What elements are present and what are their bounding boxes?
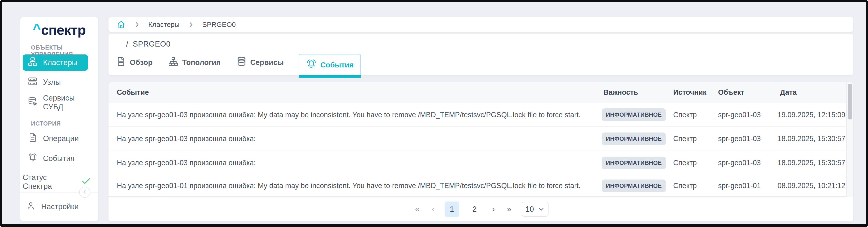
- sidebar-item-db-services[interactable]: Сервисы СУБД: [23, 94, 88, 111]
- breadcrumb-item-current: SPRGEO0: [202, 21, 236, 28]
- app-logo: ^спектр: [20, 17, 98, 43]
- severity-cell: ИНФОРМАТИВНОЕ: [602, 179, 673, 192]
- sidebar-status-label: Статус Спектра: [23, 173, 75, 191]
- severity-cell: ИНФОРМАТИВНОЕ: [602, 108, 673, 121]
- tab-topology[interactable]: Топология: [167, 56, 221, 75]
- source-cell: Спектр: [673, 181, 718, 190]
- date-cell: 18.09.2025, 15:30:57: [777, 159, 846, 167]
- tab-label: Обзор: [130, 58, 152, 67]
- severity-cell: ИНФОРМАТИВНОЕ: [602, 133, 673, 145]
- table-row[interactable]: На узле spr-geo01-01 произошла ошибка: M…: [108, 175, 846, 197]
- event-cell: На узле spr-geo01-03 произошла ошибка:: [108, 159, 602, 167]
- object-cell: spr-geo01-03: [718, 111, 777, 119]
- bell-icon: [306, 59, 317, 71]
- events-table-card: Событие Важность Источник Объект Дата На…: [108, 82, 853, 222]
- logo-caret-icon: ^: [33, 21, 40, 37]
- severity-badge: ИНФОРМАТИВНОЕ: [602, 179, 666, 192]
- column-header-severity[interactable]: Важность: [602, 88, 673, 96]
- chevron-right-icon: [133, 21, 141, 28]
- sidebar-item-label: Операции: [43, 134, 79, 143]
- table-row[interactable]: На узле spr-geo01-03 произошла ошибка: И…: [108, 151, 846, 175]
- object-cell: spr-geo01-03: [718, 159, 777, 167]
- sidebar: ^спектр ОБЪЕКТЫ УПРАВЛЕНИЯ Кластеры Узлы: [20, 17, 98, 222]
- cluster-icon: [28, 57, 37, 68]
- chevron-down-icon: [538, 206, 545, 212]
- pagination: « ‹ 1 2 › » 10: [108, 197, 853, 222]
- object-cell: spr-geo01-03: [718, 135, 777, 143]
- sidebar-item-label: Настройки: [41, 202, 79, 211]
- table-scrollbar-track: [846, 82, 853, 197]
- column-header-object[interactable]: Объект: [718, 88, 777, 96]
- table-row[interactable]: На узле spr-geo01-03 произошла ошибка: И…: [108, 127, 846, 151]
- source-cell: Спектр: [673, 159, 718, 167]
- sidebar-item-clusters[interactable]: Кластеры: [23, 54, 88, 70]
- topology-icon: [168, 56, 178, 68]
- sidebar-collapse-button[interactable]: [79, 187, 90, 198]
- object-cell: spr-geo01-01: [718, 181, 777, 190]
- tab-label: Сервисы: [250, 58, 284, 67]
- servers-icon: [28, 77, 37, 88]
- tab-events[interactable]: События: [299, 54, 361, 75]
- tab-label: События: [320, 61, 354, 69]
- page-size-value: 10: [525, 205, 534, 214]
- page-title: / SPRGEO0: [126, 39, 170, 49]
- home-icon[interactable]: [117, 20, 126, 29]
- sidebar-item-label: Сервисы СУБД: [43, 93, 88, 111]
- bell-icon: [28, 153, 37, 164]
- sidebar-item-operations[interactable]: Операции: [23, 131, 88, 147]
- document-icon: [116, 56, 126, 68]
- table-row[interactable]: На узле spr-geo01-03 произошла ошибка: M…: [108, 103, 846, 127]
- date-cell: 19.09.2025, 12:15:09: [777, 111, 846, 119]
- breadcrumb-item-clusters[interactable]: Кластеры: [148, 21, 180, 28]
- event-cell: На узле spr-geo01-01 произошла ошибка: M…: [108, 181, 602, 190]
- sidebar-item-label: Кластеры: [43, 58, 78, 67]
- sidebar-item-settings[interactable]: Настройки: [23, 199, 88, 215]
- pagination-page-1[interactable]: 1: [445, 201, 459, 217]
- severity-badge: ИНФОРМАТИВНОЕ: [602, 133, 666, 145]
- severity-badge: ИНФОРМАТИВНОЕ: [602, 108, 666, 121]
- chevron-left-icon: [82, 189, 88, 196]
- severity-cell: ИНФОРМАТИВНОЕ: [602, 157, 673, 169]
- tab-bar: Обзор Топология: [115, 54, 361, 75]
- severity-badge: ИНФОРМАТИВНОЕ: [602, 157, 666, 169]
- source-cell: Спектр: [673, 135, 718, 143]
- sidebar-status: Статус Спектра: [23, 174, 91, 190]
- user-icon: [26, 201, 36, 212]
- check-icon: [81, 176, 91, 188]
- sidebar-item-nodes[interactable]: Узлы: [23, 74, 88, 90]
- page-size-select[interactable]: 10: [522, 202, 549, 217]
- document-icon: [28, 133, 37, 144]
- sidebar-item-label: События: [43, 154, 74, 163]
- pagination-first-button[interactable]: «: [413, 203, 422, 215]
- column-header-event[interactable]: Событие: [108, 88, 602, 96]
- chevron-right-icon: [187, 21, 194, 28]
- tab-overview[interactable]: Обзор: [115, 56, 153, 75]
- pagination-page-2[interactable]: 2: [468, 201, 482, 217]
- sidebar-section-history: ИСТОРИЯ: [31, 120, 61, 127]
- logo-text: спектр: [41, 22, 86, 38]
- sidebar-item-label: Узлы: [43, 78, 61, 87]
- date-cell: 18.09.2025, 15:30:57: [777, 135, 846, 143]
- database-icon: [237, 56, 247, 68]
- tab-services[interactable]: Сервисы: [236, 56, 285, 75]
- source-cell: Спектр: [673, 111, 718, 119]
- breadcrumb: Кластеры SPRGEO0: [108, 17, 853, 32]
- pagination-last-button[interactable]: »: [505, 203, 513, 215]
- event-cell: На узле spr-geo01-03 произошла ошибка:: [108, 135, 602, 143]
- table-header-row: Событие Важность Источник Объект Дата: [108, 82, 846, 103]
- database-gear-icon: [28, 96, 37, 108]
- tab-label: Топология: [182, 58, 220, 67]
- pagination-next-button[interactable]: ›: [490, 203, 497, 215]
- sidebar-item-events[interactable]: События: [23, 150, 88, 167]
- column-header-date[interactable]: Дата: [777, 88, 846, 96]
- date-cell: 08.09.2025, 10:21:12: [777, 181, 846, 190]
- cluster-panel: / SPRGEO0 Обзор Топология: [108, 34, 853, 75]
- table-scrollbar-thumb[interactable]: [848, 84, 852, 119]
- event-cell: На узле spr-geo01-03 произошла ошибка: M…: [108, 111, 602, 119]
- pagination-prev-button[interactable]: ‹: [430, 203, 437, 215]
- column-header-source[interactable]: Источник: [673, 88, 718, 96]
